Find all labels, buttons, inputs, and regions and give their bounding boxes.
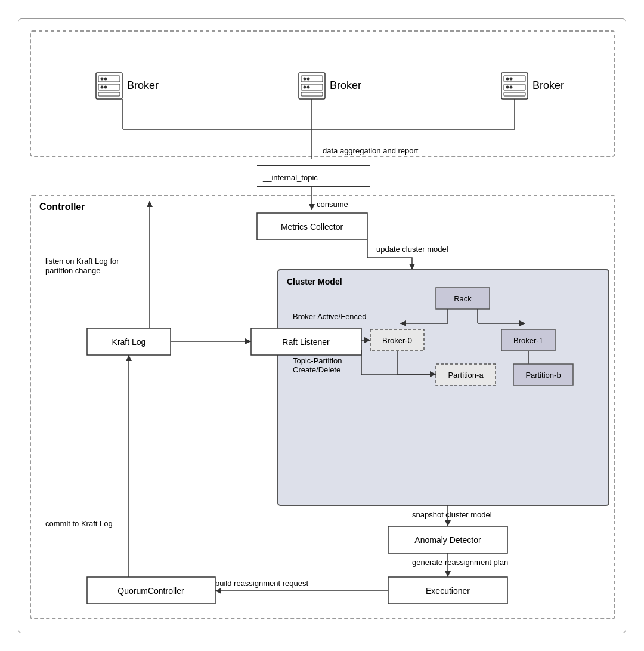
broker-active-label: Broker Active/Fenced [293,312,367,321]
svg-point-22 [510,85,513,88]
to-metrics-arrow [309,204,315,210]
listen-arrow [147,201,153,207]
svg-point-14 [307,85,310,88]
broker-2-label: Broker [330,79,361,91]
svg-rect-16 [501,73,528,99]
to-cluster-arrow [409,264,415,270]
broker-3-label: Broker [532,79,564,91]
svg-point-19 [510,77,513,80]
svg-rect-8 [299,73,325,99]
quorum-controller-text: QuorumController [117,586,184,596]
snapshot-label: snapshot cluster model [412,510,492,519]
broker-2-icon [299,73,325,99]
raft-listener-text: Raft Listener [282,337,330,347]
svg-rect-0 [96,73,122,99]
consume-label: consume [317,200,348,209]
svg-rect-23 [504,92,525,96]
listen-label1: listen on Kraft Log for [45,257,119,266]
broker-1-label: Broker [127,79,159,91]
anomaly-detector-text: Anomaly Detector [414,535,481,545]
topic-partition-label1: Topic-Partition [293,356,342,365]
svg-point-13 [304,85,306,88]
broker-1-text: Broker-1 [513,336,543,345]
controller-label: Controller [39,202,85,212]
broker-3-icon [501,73,528,99]
svg-rect-7 [98,92,120,96]
diagram-svg: Broker Broker Broker [30,31,615,622]
broker-1-icon [96,73,122,99]
build-reassign-label: build reassignment request [215,579,308,588]
svg-point-3 [104,77,107,80]
to-exec-arrow [445,571,451,577]
commit-label: commit to Kraft Log [45,519,113,528]
svg-point-11 [307,77,310,80]
qc-to-kraft-arrow [126,355,132,361]
to-anomaly-arrow [445,520,451,526]
cluster-model-title: Cluster Model [287,277,342,286]
executioner-text: Executioner [426,586,470,596]
listen-label2: partition change [45,266,101,275]
rack-text: Rack [454,294,472,303]
outer-container: Broker Broker Broker [18,18,626,633]
svg-point-2 [101,77,104,80]
svg-point-10 [304,77,306,80]
partition-a-text: Partition-a [448,371,484,380]
svg-point-18 [506,77,509,80]
kraft-log-text: Kraft Log [112,337,146,347]
svg-point-5 [101,85,104,88]
svg-point-21 [506,85,509,88]
kraft-to-raft-arrow [245,338,251,344]
broker-0-text: Broker-0 [382,336,412,345]
gen-reassign-label: generate reassignment plan [412,558,508,567]
data-aggregation-label: data aggregation and report [323,146,419,155]
internal-topic-label: __internal_topic [262,173,318,182]
svg-rect-15 [301,92,323,96]
svg-point-6 [104,85,107,88]
update-cluster-model-label: update cluster model [376,245,448,254]
exec-to-qc-arrow [215,588,221,594]
metrics-collector-text: Metrics Collector [281,222,343,232]
topic-partition-label2: Create/Delete [293,365,340,374]
partition-b-text: Partition-b [525,371,561,380]
